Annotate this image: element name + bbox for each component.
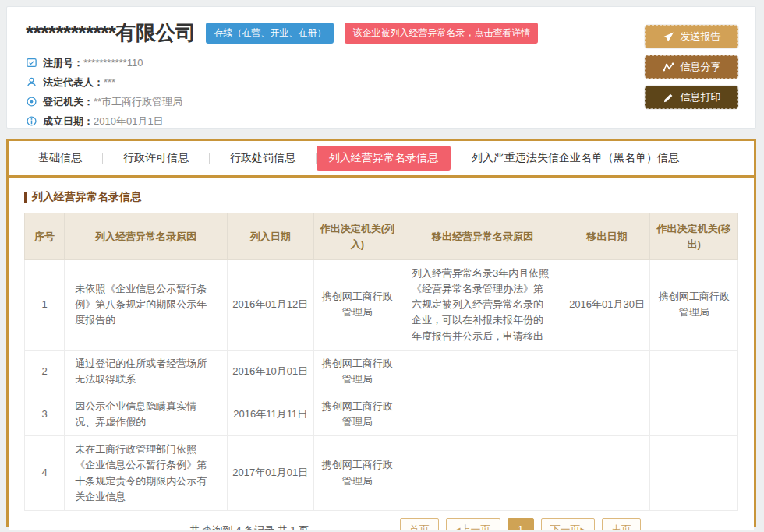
company-info-list: 注册号：***********110法定代表人：***登记机关：**市工商行政管…	[26, 53, 740, 131]
action-button-label: 信息打印	[681, 90, 721, 104]
table-header-cell: 列入日期	[227, 213, 313, 260]
tab-blacklist[interactable]: 列入严重违法失信企业名单（黑名单）信息	[451, 146, 699, 171]
table-cell: 未在工商行政管理部门依照《企业信息公示暂行条例》第十条规定责令的期限内公示有关企…	[65, 436, 228, 511]
info-value: ***	[104, 76, 115, 88]
record-count-info: 共 查询到 4 条记录 共 1 页	[189, 523, 309, 530]
share-info-button[interactable]: 信息分享	[645, 55, 738, 79]
page-last-button[interactable]: 末页	[602, 518, 641, 530]
page-prev-button[interactable]: ◂上一页	[446, 518, 500, 530]
table-cell	[650, 393, 738, 435]
info-value: **市工商行政管理局	[94, 95, 182, 109]
table-cell: 2016年11月11日	[227, 393, 313, 435]
table-footer: 共 查询到 4 条记录 共 1 页 首页◂上一页1下一页▸末页	[24, 511, 738, 530]
table-cell: 因公示企业信息隐瞒真实情况、弄虚作假的	[65, 393, 228, 435]
info-value: 2010年01月1日	[94, 115, 164, 129]
info-value: ***********110	[83, 57, 143, 69]
action-button-label: 发送报告	[681, 30, 721, 44]
section-title: 列入经营异常名录信息	[24, 190, 738, 204]
tab-bar: 基础信息行政许可信息行政处罚信息列入经营异常名录信息列入严重违法失信企业名单（黑…	[9, 141, 754, 175]
pagination: 首页◂上一页1下一页▸末页	[400, 518, 641, 530]
section-title-text: 列入经营异常名录信息	[32, 190, 141, 204]
table-cell: 携创网工商行政管理局	[313, 350, 401, 393]
table-row: 2通过登记的住所或者经营场所无法取得联系2016年10月01日携创网工商行政管理…	[25, 350, 738, 393]
abnormal-records-table: 序号列入经营异常名录原因列入日期作出决定机关(列入)移出经营异常名录原因移出日期…	[24, 213, 738, 511]
table-cell: 2	[25, 350, 65, 393]
table-cell	[564, 436, 650, 511]
info-label: 登记机关：	[43, 95, 94, 109]
print-info-button[interactable]: 信息打印	[645, 86, 738, 109]
table-cell	[401, 393, 564, 435]
table-cell	[564, 350, 650, 393]
tab-abnormal-list[interactable]: 列入经营异常名录信息	[317, 146, 451, 171]
info-row: 登记机关：**市工商行政管理局	[26, 92, 740, 111]
table-header-cell: 移出日期	[564, 213, 650, 260]
table-header-cell: 序号	[25, 213, 65, 260]
table-row: 1未依照《企业信息公示暂行条例》第八条规定的期限公示年度报告的2016年01月1…	[25, 260, 738, 351]
table-cell: 2017年01月01日	[227, 436, 313, 511]
company-header-card: ************有限公司 存续（在营、开业、在册） 该企业被列入经营异常…	[6, 6, 756, 129]
send-report-button[interactable]: 发送报告	[645, 25, 738, 48]
table-cell: 2016年01月30日	[564, 260, 650, 351]
table-cell	[650, 436, 738, 511]
table-cell	[650, 350, 738, 393]
location-pin-icon	[26, 96, 37, 107]
abnormal-alert-badge[interactable]: 该企业被列入经营异常名录，点击查看详情	[345, 23, 538, 44]
table-header-row: 序号列入经营异常名录原因列入日期作出决定机关(列入)移出经营异常名录原因移出日期…	[25, 213, 738, 260]
table-header-cell: 作出决定机关(列入)	[313, 213, 401, 260]
info-label: 法定代表人：	[43, 76, 104, 90]
table-cell	[564, 393, 650, 435]
main-panel: 基础信息行政许可信息行政处罚信息列入经营异常名录信息列入严重违法失信企业名单（黑…	[6, 139, 756, 527]
table-cell: 通过登记的住所或者经营场所无法取得联系	[65, 350, 228, 393]
info-circle-icon	[26, 115, 37, 127]
pencil-icon	[663, 92, 674, 104]
tab-basic-info[interactable]: 基础信息	[18, 146, 102, 171]
paper-plane-icon	[663, 31, 674, 43]
section-title-bar	[24, 192, 27, 203]
table-body: 1未依照《企业信息公示暂行条例》第八条规定的期限公示年度报告的2016年01月1…	[25, 260, 738, 511]
table-cell: 携创网工商行政管理局	[313, 260, 401, 351]
info-label: 成立日期：	[43, 115, 94, 129]
person-icon	[26, 76, 37, 88]
table-row: 3因公示企业信息隐瞒真实情况、弄虚作假的2016年11月11日携创网工商行政管理…	[25, 393, 738, 435]
table-cell: 2016年10月01日	[227, 350, 313, 393]
action-buttons: 发送报告信息分享信息打印	[645, 25, 738, 109]
page-number-button[interactable]: 1	[508, 518, 534, 530]
table-cell: 未依照《企业信息公示暂行条例》第八条规定的期限公示年度报告的	[65, 260, 228, 351]
info-row: 注册号：***********110	[26, 53, 740, 72]
table-cell: 2016年01月12日	[227, 260, 313, 351]
id-card-icon	[26, 57, 37, 69]
table-cell: 3	[25, 393, 65, 435]
tab-admin-penalty[interactable]: 行政处罚信息	[210, 146, 316, 171]
tab-admin-license[interactable]: 行政许可信息	[103, 146, 209, 171]
page-first-button[interactable]: 首页	[400, 518, 439, 530]
table-cell	[401, 436, 564, 511]
table-cell: 4	[25, 436, 65, 511]
page-next-button[interactable]: 下一页▸	[541, 518, 596, 530]
info-row: 法定代表人：***	[26, 72, 740, 92]
action-button-label: 信息分享	[681, 60, 721, 74]
table-cell	[401, 350, 564, 393]
company-name: ************有限公司	[26, 19, 195, 47]
status-badge: 存续（在营、开业、在册）	[206, 23, 334, 44]
table-cell: 携创网工商行政管理局	[313, 436, 401, 511]
table-header-cell: 列入经营异常名录原因	[65, 213, 228, 260]
info-row: 成立日期：2010年01月1日	[26, 111, 740, 131]
panel-content: 列入经营异常名录信息 序号列入经营异常名录原因列入日期作出决定机关(列入)移出经…	[9, 178, 754, 530]
table-row: 4未在工商行政管理部门依照《企业信息公示暂行条例》第十条规定责令的期限内公示有关…	[25, 436, 738, 511]
table-cell: 列入经营异常名录3年内且依照《经营异常名录管理办法》第六规定被列入经营异常名录的…	[401, 260, 564, 351]
table-cell: 携创网工商行政管理局	[650, 260, 738, 351]
table-cell: 携创网工商行政管理局	[313, 393, 401, 435]
info-label: 注册号：	[43, 56, 83, 70]
table-header-cell: 作出决定机关(移出)	[650, 213, 738, 260]
table-cell: 1	[25, 260, 65, 351]
share-icon	[663, 62, 674, 73]
table-header-cell: 移出经营异常名录原因	[401, 213, 564, 260]
